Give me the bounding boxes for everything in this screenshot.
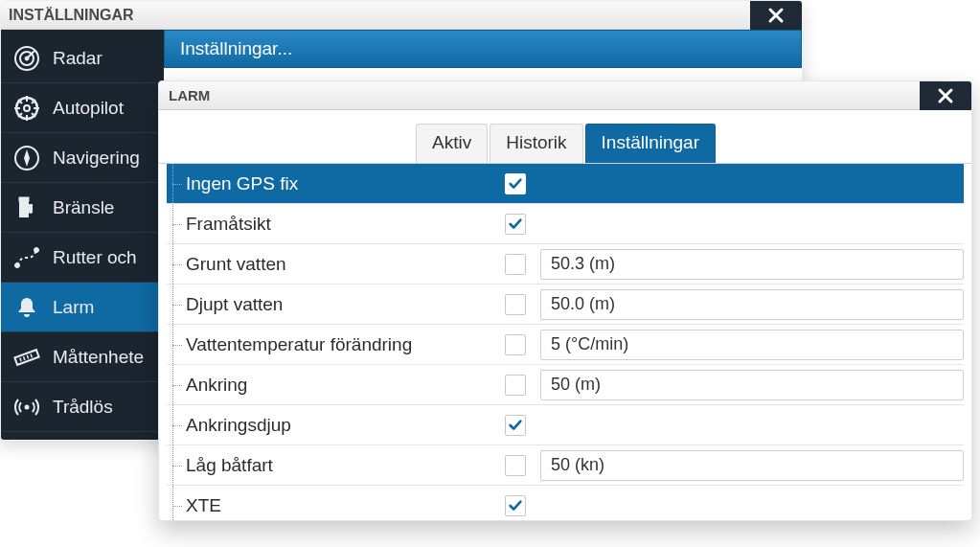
check-icon (508, 418, 523, 433)
tree-connector (167, 445, 184, 485)
alarm-settings-list: Ingen GPS fixFramåtsiktGrunt vattenDjupt… (159, 163, 971, 520)
sidebar-item-måttenhete[interactable]: Måttenhete (1, 332, 164, 382)
alarm-row-check-cell (500, 214, 531, 235)
alarm-row[interactable]: XTE (167, 486, 964, 520)
bell-icon (12, 293, 41, 322)
alarm-window: LARM AktivHistorikInställningar Ingen GP… (158, 80, 972, 521)
sidebar-item-label: Radar (53, 48, 103, 69)
settings-title: INSTÄLLNINGAR (9, 7, 134, 24)
sidebar-item-larm[interactable]: Larm (1, 283, 164, 332)
alarm-row[interactable]: Ankring (167, 365, 964, 405)
sidebar-item-label: Måttenhete (53, 347, 144, 368)
sidebar-item-label: Rutter och (53, 247, 137, 268)
sidebar-item-label: Trådlös (53, 397, 113, 418)
settings-close-button[interactable] (750, 1, 802, 30)
alarm-row-checkbox[interactable] (505, 334, 526, 355)
ruler-icon (12, 343, 41, 372)
alarm-row-value-cell (540, 450, 964, 481)
sidebar-item-label: Autopilot (53, 98, 124, 119)
alarm-row-checkbox[interactable] (505, 375, 526, 396)
alarm-row[interactable]: Vattentemperatur förändring (167, 325, 964, 365)
close-icon (936, 86, 955, 105)
fuel-icon (12, 194, 41, 222)
alarm-row[interactable]: Låg båtfart (167, 445, 964, 486)
alarm-row-checkbox[interactable] (505, 214, 526, 235)
alarm-row-label: Ingen GPS fix (184, 173, 500, 194)
alarm-row[interactable]: Grunt vatten (167, 244, 964, 285)
alarm-row-value-input[interactable] (540, 289, 964, 320)
check-icon (508, 176, 523, 192)
alarm-row-label: XTE (184, 495, 500, 516)
alarm-row-checkbox[interactable] (505, 455, 526, 476)
alarm-row[interactable]: Djupt vatten (167, 285, 964, 325)
alarm-row-value-input[interactable] (540, 450, 964, 481)
alarm-row[interactable]: Ankringsdjup (167, 405, 964, 445)
wheel-icon (12, 94, 41, 123)
alarm-tabbar: AktivHistorikInställningar (159, 110, 971, 163)
tree-connector (167, 164, 184, 203)
check-icon (508, 498, 523, 513)
sidebar-item-radar[interactable]: Radar (1, 34, 164, 83)
alarm-row-label: Låg båtfart (184, 455, 500, 476)
tab-aktiv[interactable]: Aktiv (416, 124, 488, 163)
alarm-row-check-cell (500, 455, 531, 476)
tree-connector (167, 244, 184, 284)
tree-connector (167, 486, 184, 520)
alarm-row-label: Vattentemperatur förändring (184, 334, 500, 355)
compass-icon (12, 144, 41, 172)
alarm-row[interactable]: Framåtsikt (167, 204, 964, 244)
sidebar-item-rutter-och[interactable]: Rutter och (1, 233, 164, 283)
alarm-row-check-cell (500, 495, 531, 516)
alarm-row-value-input[interactable] (540, 330, 964, 360)
radar-icon (12, 44, 41, 73)
alarm-row-value-input[interactable] (540, 370, 964, 400)
wireless-icon (12, 393, 41, 422)
alarm-row-value-input[interactable] (540, 249, 964, 280)
tree-connector (167, 204, 184, 243)
sidebar-item-bränsle[interactable]: Bränsle (1, 183, 164, 233)
sidebar-item-label: Navigering (53, 148, 140, 169)
route-icon (12, 243, 41, 272)
alarm-row-checkbox[interactable] (505, 294, 526, 315)
tree-connector (167, 365, 184, 404)
sidebar-item-trådlös[interactable]: Trådlös (1, 382, 164, 432)
close-icon (766, 6, 786, 25)
settings-sidebar: RadarAutopilotNavigeringBränsleRutter oc… (1, 30, 164, 440)
alarm-row-label: Djupt vatten (184, 294, 500, 315)
alarm-row-check-cell (500, 334, 531, 355)
alarm-row-checkbox[interactable] (505, 415, 526, 436)
alarm-row-checkbox[interactable] (505, 495, 526, 516)
tab-historik[interactable]: Historik (490, 124, 582, 163)
alarm-row-check-cell (500, 375, 531, 396)
tree-connector (167, 325, 184, 364)
breadcrumb[interactable]: Inställningar... (164, 30, 802, 68)
tab-inställningar[interactable]: Inställningar (585, 124, 716, 163)
alarm-row-value-cell (540, 249, 964, 280)
alarm-row-check-cell (500, 415, 531, 436)
settings-titlebar: INSTÄLLNINGAR (1, 1, 802, 30)
alarm-row-label: Framåtsikt (184, 214, 500, 235)
alarm-row-label: Grunt vatten (184, 254, 500, 275)
tree-connector (167, 285, 184, 324)
alarm-close-button[interactable] (920, 81, 971, 110)
sidebar-item-label: Larm (53, 297, 94, 318)
sidebar-item-label: Bränsle (53, 197, 114, 218)
tree-connector (167, 405, 184, 444)
alarm-row-check-cell (500, 294, 531, 315)
alarm-row-checkbox[interactable] (505, 173, 526, 194)
alarm-row-value-cell (540, 289, 964, 320)
alarm-row[interactable]: Ingen GPS fix (167, 164, 964, 204)
alarm-row-check-cell (500, 173, 531, 194)
alarm-row-value-cell (540, 370, 964, 400)
alarm-row-value-cell (540, 330, 964, 360)
check-icon (508, 217, 523, 232)
alarm-row-label: Ankringsdjup (184, 415, 500, 436)
sidebar-item-navigering[interactable]: Navigering (1, 133, 164, 183)
alarm-titlebar: LARM (159, 81, 971, 110)
alarm-row-checkbox[interactable] (505, 254, 526, 275)
alarm-row-check-cell (500, 254, 531, 275)
sidebar-item-autopilot[interactable]: Autopilot (1, 83, 164, 133)
alarm-row-label: Ankring (184, 375, 500, 396)
alarm-title: LARM (169, 87, 210, 103)
